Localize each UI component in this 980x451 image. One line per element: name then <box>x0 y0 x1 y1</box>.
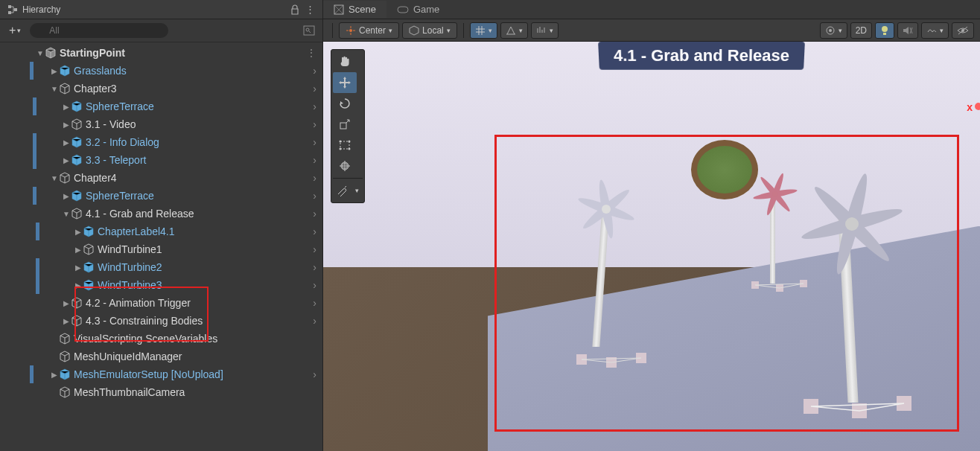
svg-point-8 <box>349 29 352 32</box>
open-prefab-icon[interactable]: › <box>313 118 316 130</box>
open-prefab-icon[interactable]: › <box>313 190 316 202</box>
hierarchy-item[interactable]: ▶ChapterLabel4.1› <box>0 223 322 240</box>
hierarchy-item[interactable]: ▶WindTurbine1› <box>0 240 322 258</box>
move-tool[interactable] <box>333 72 357 93</box>
hierarchy-item[interactable]: ▶3.1 - Video› <box>0 115 322 133</box>
view-tool[interactable] <box>333 51 357 72</box>
scale-tool[interactable] <box>333 114 357 135</box>
lighting-toggle[interactable] <box>875 22 894 39</box>
hierarchy-item[interactable]: MeshThumbnailCamera <box>0 383 322 401</box>
open-prefab-icon[interactable]: › <box>313 226 316 237</box>
svg-point-37 <box>340 148 342 150</box>
hierarchy-item-label: 4.3 - Constraining Bodies <box>86 315 203 327</box>
tab-scene-label: Scene <box>349 4 376 15</box>
rect-tool[interactable] <box>333 135 357 156</box>
hierarchy-item[interactable]: ▶4.3 - Constraining Bodies› <box>0 312 322 330</box>
rotate-tool[interactable] <box>333 93 357 114</box>
hierarchy-item[interactable]: ▼Chapter4› <box>0 169 322 187</box>
gameobject-cube-icon <box>71 297 83 309</box>
draw-mode-dropdown[interactable]: ▾ <box>820 22 847 39</box>
toggle-2d[interactable]: 2D <box>850 22 872 39</box>
hierarchy-item[interactable]: VisualScripting SceneVariables <box>0 330 322 348</box>
hierarchy-item[interactable]: ▶WindTurbine2› <box>0 258 322 276</box>
custom-tools-button[interactable] <box>333 180 351 201</box>
hierarchy-item[interactable]: ▶WindTurbine3› <box>0 276 322 294</box>
open-prefab-icon[interactable]: › <box>313 208 316 220</box>
space-mode-dropdown[interactable]: Local ▾ <box>402 22 457 39</box>
scene-viewport[interactable]: 4.1 - Grab and Release <box>323 42 980 451</box>
open-prefab-icon[interactable]: › <box>313 172 316 184</box>
expand-arrow-icon[interactable]: ▼ <box>50 85 59 93</box>
hierarchy-tree[interactable]: ▼ StartingPoint ⋮ ▶Grasslands›▼Chapter3›… <box>0 42 322 451</box>
open-prefab-icon[interactable]: › <box>313 297 316 309</box>
wind-turbine-2 <box>740 168 800 302</box>
scene-tab-icon <box>334 4 344 15</box>
tab-game[interactable]: Game <box>386 1 450 18</box>
hierarchy-icon <box>7 4 18 15</box>
gameobject-cube-icon <box>71 118 83 130</box>
hierarchy-item[interactable]: ▶SphereTerrace› <box>0 97 322 115</box>
grid-snap-toggle[interactable]: ▾ <box>470 22 497 39</box>
hierarchy-item[interactable]: ▶4.2 - Animation Trigger› <box>0 294 322 312</box>
snap-increment-button[interactable]: ▾ <box>500 22 528 39</box>
open-prefab-icon[interactable]: › <box>313 261 316 273</box>
hierarchy-item-label: 3.1 - Video <box>86 118 136 130</box>
hierarchy-item[interactable]: ▶MeshEmulatorSetup [NoUpload]› <box>0 365 322 383</box>
expand-arrow-icon[interactable]: ▶ <box>50 67 59 75</box>
expand-arrow-icon[interactable]: ▶ <box>62 317 71 325</box>
open-prefab-icon[interactable]: › <box>313 315 316 327</box>
expand-arrow-icon[interactable]: ▶ <box>74 281 83 290</box>
hierarchy-toolbar: +▾ <box>0 19 322 42</box>
search-input[interactable] <box>30 23 168 38</box>
svg-rect-7 <box>398 7 408 13</box>
expand-arrow-icon[interactable]: ▶ <box>62 192 71 200</box>
scene-toolbar: Center ▾ Local ▾ ▾ ▾ ▾ ▾ 2D <box>323 19 980 42</box>
expand-arrow-icon[interactable]: ▶ <box>50 371 59 379</box>
expand-arrow-icon[interactable]: ▶ <box>74 246 83 254</box>
hierarchy-title: Hierarchy <box>22 4 290 15</box>
open-prefab-icon[interactable]: › <box>313 279 316 291</box>
svg-point-5 <box>306 28 309 31</box>
expand-arrow-icon[interactable]: ▶ <box>62 103 71 111</box>
expand-arrow-icon[interactable]: ▼ <box>36 49 45 57</box>
open-prefab-icon[interactable]: › <box>313 83 316 95</box>
open-prefab-icon[interactable]: › <box>313 100 316 112</box>
hierarchy-item[interactable]: ▼4.1 - Grab and Release› <box>0 205 322 223</box>
prefab-cube-icon <box>83 279 95 291</box>
expand-arrow-icon[interactable]: ▶ <box>74 263 83 272</box>
pivot-mode-dropdown[interactable]: Center ▾ <box>339 22 399 39</box>
expand-arrow-icon[interactable]: ▶ <box>62 121 71 129</box>
expand-arrow-icon[interactable]: ▶ <box>74 228 83 236</box>
open-prefab-icon[interactable]: › <box>313 243 316 255</box>
open-prefab-icon[interactable]: › <box>313 154 316 166</box>
hierarchy-item[interactable]: ▶3.3 - Teleport› <box>0 151 322 169</box>
open-prefab-icon[interactable]: › <box>313 65 316 77</box>
hierarchy-root[interactable]: ▼ StartingPoint ⋮ <box>0 44 322 62</box>
fx-toggle[interactable]: ▾ <box>921 22 949 39</box>
hierarchy-item[interactable]: ▶SphereTerrace› <box>0 187 322 205</box>
hierarchy-item[interactable]: ▼Chapter3› <box>0 80 322 97</box>
tab-scene[interactable]: Scene <box>323 1 386 18</box>
expand-arrow-icon[interactable]: ▶ <box>62 156 71 164</box>
scene-tabs: Scene Game <box>323 0 980 19</box>
search-by-type-icon[interactable] <box>300 25 318 36</box>
expand-arrow-icon[interactable]: ▼ <box>50 174 59 182</box>
expand-arrow-icon[interactable]: ▶ <box>62 299 71 307</box>
hierarchy-item[interactable]: ▶Grasslands› <box>0 62 322 80</box>
open-prefab-icon[interactable]: › <box>313 136 316 148</box>
audio-toggle[interactable] <box>897 22 918 39</box>
kebab-menu-icon[interactable]: ⋮ <box>305 4 315 15</box>
open-prefab-icon[interactable]: › <box>313 368 316 380</box>
create-dropdown[interactable]: +▾ <box>4 22 25 39</box>
expand-arrow-icon[interactable]: ▶ <box>62 138 71 147</box>
context-icon[interactable]: ⋮ <box>306 47 316 59</box>
expand-arrow-icon[interactable]: ▼ <box>62 210 71 218</box>
hierarchy-item[interactable]: MeshUniqueIdManager <box>0 348 322 365</box>
transform-tool[interactable] <box>333 156 357 176</box>
custom-tools-dropdown[interactable]: ▾ <box>351 180 363 201</box>
hierarchy-item[interactable]: ▶3.2 - Info Dialog› <box>0 133 322 151</box>
tool-palette: ▾ <box>331 49 365 203</box>
snap-settings-button[interactable]: ▾ <box>531 22 559 39</box>
visibility-toggle[interactable] <box>952 22 974 39</box>
lock-icon[interactable] <box>290 4 299 15</box>
